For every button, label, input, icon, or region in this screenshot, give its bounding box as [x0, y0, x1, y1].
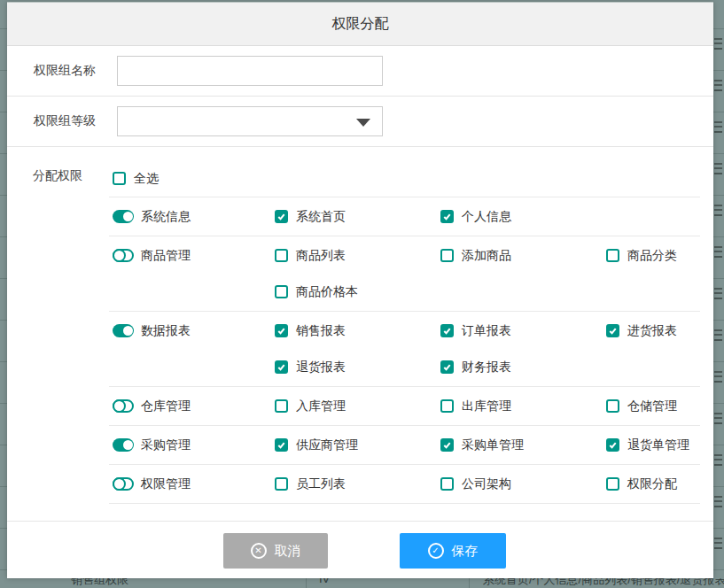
- permission-item: 商品列表: [275, 246, 440, 265]
- permission-label: 商品分类: [627, 246, 677, 265]
- group-items: 商品列表 添加商品 商品分类 商品价格本: [275, 246, 700, 301]
- permission-checkbox[interactable]: [275, 324, 288, 337]
- permission-checkbox[interactable]: [275, 285, 288, 298]
- bg-cell-permissions: 系统首页/个人信息/商品列表/销售报表/退货报表: [483, 578, 724, 588]
- permission-checkbox[interactable]: [440, 360, 454, 374]
- save-button[interactable]: ✓ 保存: [400, 533, 506, 569]
- permission-label: 订单报表: [462, 321, 511, 340]
- permission-item: 添加商品: [440, 246, 606, 265]
- dialog-header: 权限分配: [7, 3, 713, 46]
- assign-permissions-section: 分配权限 全选 系统信息 系统首页 个人信息 商品: [7, 147, 713, 521]
- bg-cell-group-name: 销售组权限: [71, 578, 128, 588]
- group-name-cell: 系统信息: [113, 207, 275, 226]
- permission-item: 退货报表: [275, 358, 440, 376]
- bg-cell-divider: [469, 578, 470, 588]
- permission-label: 销售报表: [296, 321, 346, 340]
- permission-checkbox[interactable]: [440, 249, 454, 262]
- permission-checkbox[interactable]: [440, 477, 454, 491]
- permission-item: 销售报表: [275, 321, 440, 340]
- group-items: 员工列表 公司架构 权限分配: [275, 475, 700, 493]
- group-toggle[interactable]: [113, 210, 134, 223]
- permission-checkbox[interactable]: [440, 438, 454, 452]
- permission-label: 商品价格本: [296, 282, 358, 301]
- toggle-knob-icon: [123, 326, 133, 336]
- background-table-right-edge: [714, 27, 722, 576]
- background-table-row: 销售组权限 IV 系统首页/个人信息/商品列表/销售报表/退货报表: [0, 578, 724, 588]
- permission-group-row: 商品管理 商品列表 添加商品 商品分类 商品价格本: [109, 236, 700, 311]
- permission-checkbox[interactable]: [440, 210, 454, 223]
- group-name: 系统信息: [141, 207, 191, 226]
- toggle-knob-icon: [123, 212, 133, 221]
- dialog-footer: ✕ 取消 ✓ 保存: [7, 521, 713, 578]
- permission-checkbox[interactable]: [606, 324, 619, 337]
- toggle-knob-icon: [113, 399, 126, 413]
- group-toggle[interactable]: [113, 438, 134, 452]
- group-name-cell: 采购管理: [113, 436, 275, 454]
- group-name-cell: 商品管理: [113, 246, 275, 265]
- permission-item: 商品分类: [606, 246, 700, 265]
- permission-label: 商品列表: [296, 246, 346, 265]
- permission-item: 订单报表: [440, 321, 606, 340]
- check-icon: [608, 440, 618, 450]
- permission-item: 公司架构: [440, 475, 606, 493]
- permission-item: 财务报表: [440, 358, 606, 376]
- permission-checkbox[interactable]: [275, 477, 288, 491]
- select-all-row: 全选: [109, 159, 700, 197]
- dialog-title: 权限分配: [332, 15, 389, 34]
- permission-checkbox[interactable]: [275, 399, 288, 413]
- permission-checkbox[interactable]: [275, 438, 288, 452]
- permission-checkbox[interactable]: [606, 249, 619, 262]
- group-name-input[interactable]: [117, 56, 383, 86]
- permission-groups: 系统信息 系统首页 个人信息 商品管理 商品列表 添加商品: [109, 197, 700, 504]
- group-name: 采购管理: [141, 436, 191, 454]
- permission-item: 员工列表: [275, 475, 440, 493]
- permission-item: 入库管理: [275, 397, 440, 415]
- permission-label: 系统首页: [296, 207, 346, 226]
- permissions-grid: 全选 系统信息 系统首页 个人信息 商品管理 商品列表: [109, 159, 700, 521]
- form-row-group-name: 权限组名称: [7, 46, 713, 97]
- group-name: 商品管理: [141, 246, 191, 265]
- permission-label: 仓储管理: [627, 397, 677, 415]
- group-level-select[interactable]: [117, 106, 383, 136]
- group-toggle[interactable]: [113, 324, 134, 337]
- select-all-label: 全选: [134, 169, 159, 188]
- circle-check-icon: ✓: [428, 543, 444, 559]
- check-icon: [276, 362, 286, 372]
- check-icon: [608, 326, 618, 336]
- permission-item: 个人信息: [440, 207, 606, 226]
- permission-group-row: 采购管理 供应商管理 采购单管理 退货单管理: [109, 425, 700, 464]
- group-items: 供应商管理 采购单管理 退货单管理: [275, 436, 700, 454]
- permission-checkbox[interactable]: [440, 399, 454, 413]
- select-all-checkbox[interactable]: [113, 172, 126, 185]
- permission-label: 入库管理: [296, 397, 346, 415]
- group-toggle[interactable]: [113, 399, 134, 413]
- cancel-button-label: 取消: [275, 543, 301, 560]
- group-name-label: 权限组名称: [34, 63, 110, 79]
- permission-checkbox[interactable]: [275, 249, 288, 262]
- permission-item: 进货报表: [606, 321, 700, 340]
- check-icon: [442, 362, 452, 372]
- group-name-cell: 数据报表: [113, 321, 275, 340]
- permission-checkbox[interactable]: [275, 210, 288, 223]
- toggle-knob-icon: [113, 249, 126, 262]
- permission-checkbox[interactable]: [606, 477, 619, 491]
- permission-label: 权限分配: [627, 475, 677, 493]
- permission-checkbox[interactable]: [606, 399, 619, 413]
- permission-item: 退货单管理: [606, 436, 700, 454]
- check-icon: [442, 326, 452, 336]
- permission-checkbox[interactable]: [440, 324, 454, 337]
- permission-group-row: 权限管理 员工列表 公司架构 权限分配: [109, 464, 700, 503]
- permission-checkbox[interactable]: [606, 438, 619, 452]
- permission-label: 员工列表: [296, 475, 346, 493]
- toggle-knob-icon: [113, 477, 126, 491]
- permission-item: 仓储管理: [606, 397, 700, 415]
- assign-permissions-label: 分配权限: [33, 159, 109, 521]
- permission-group-row: 系统信息 系统首页 个人信息: [109, 197, 700, 236]
- group-toggle[interactable]: [113, 249, 134, 262]
- permission-checkbox[interactable]: [275, 360, 288, 374]
- check-icon: [276, 440, 286, 450]
- form-row-group-level: 权限组等级: [7, 97, 713, 147]
- group-toggle[interactable]: [113, 477, 134, 491]
- group-name: 权限管理: [141, 475, 191, 493]
- cancel-button[interactable]: ✕ 取消: [223, 533, 328, 569]
